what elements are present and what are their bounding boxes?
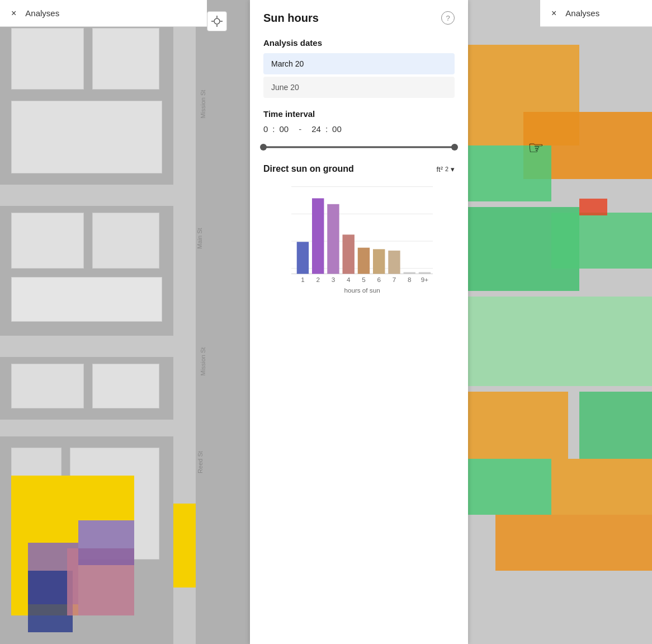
unit-dropdown-button[interactable]: ft²2 ▾ [436,165,455,173]
map-right [467,0,652,644]
slider-thumb-right[interactable] [451,144,458,151]
panel-header: Sun hours ? [263,11,455,25]
time-slider[interactable] [263,142,455,153]
date-march-20[interactable]: March 20 [263,53,455,74]
help-icon-button[interactable]: ? [441,11,455,25]
unit-label: ft² [436,165,443,173]
bar-5 [358,248,370,274]
chart-svg: 30,000 20,000 10,000 0 1 2 [291,185,455,297]
svg-point-0 [214,18,220,24]
map-label-reed-st: Reed St [197,451,204,473]
left-close-button[interactable]: × [9,6,18,21]
svg-text:4: 4 [347,276,351,283]
svg-text:3: 3 [332,276,336,283]
main-panel: Sun hours ? Analysis dates March 20 June… [250,0,468,644]
bar-7 [388,251,400,274]
crosshair-button[interactable] [207,11,227,31]
map-left: Mission St Main St Mission St Reed St [0,0,252,644]
svg-text:5: 5 [362,276,366,283]
svg-text:9+: 9+ [421,276,428,283]
time-end-min: 00 [332,124,342,134]
time-end-hour: 24 [311,124,321,134]
svg-text:8: 8 [408,276,412,283]
bar-4 [342,234,354,274]
map-label-main-st: Main St [196,228,203,248]
slider-fill [263,147,455,148]
svg-text:1: 1 [301,276,305,283]
chart-container: 30,000 20,000 10,000 0 1 2 [263,185,455,322]
svg-text:hours of sun: hours of sun [344,286,380,294]
bar-2 [312,198,324,274]
time-start-hour: 0 [263,124,268,134]
svg-text:7: 7 [393,276,396,283]
date-june-20[interactable]: June 20 [263,77,455,98]
direct-sun-label: Direct sun on ground [263,164,354,174]
svg-text:6: 6 [377,276,381,283]
analysis-dates-label: Analysis dates [263,38,455,48]
bar-6 [373,249,385,274]
bar-8 [404,272,415,274]
left-panel-title: Analyses [25,8,59,18]
panel-title: Sun hours [263,12,319,25]
time-interval-section: Time interval 0 : 00 - 24 : 00 [263,109,455,153]
right-panel-title: Analyses [565,8,599,18]
dropdown-icon: ▾ [451,165,455,173]
left-top-panel: × Analyses [0,0,207,27]
svg-text:2: 2 [316,276,320,283]
bar-9 [419,272,431,274]
right-top-panel: × Analyses [540,0,652,27]
bar-1 [297,242,309,274]
direct-sun-row: Direct sun on ground ft²2 ▾ [263,164,455,174]
bar-3 [327,204,339,274]
time-interval-label: Time interval [263,109,455,119]
unit-sup: 2 [445,166,448,172]
time-row: 0 : 00 - 24 : 00 [263,124,455,134]
time-start-min: 00 [280,124,289,134]
slider-thumb-left[interactable] [260,144,267,151]
map-label-mission-st-1: Mission St [200,90,206,119]
map-label-mission-st-2: Mission St [200,347,206,376]
right-close-button[interactable]: × [549,6,559,21]
